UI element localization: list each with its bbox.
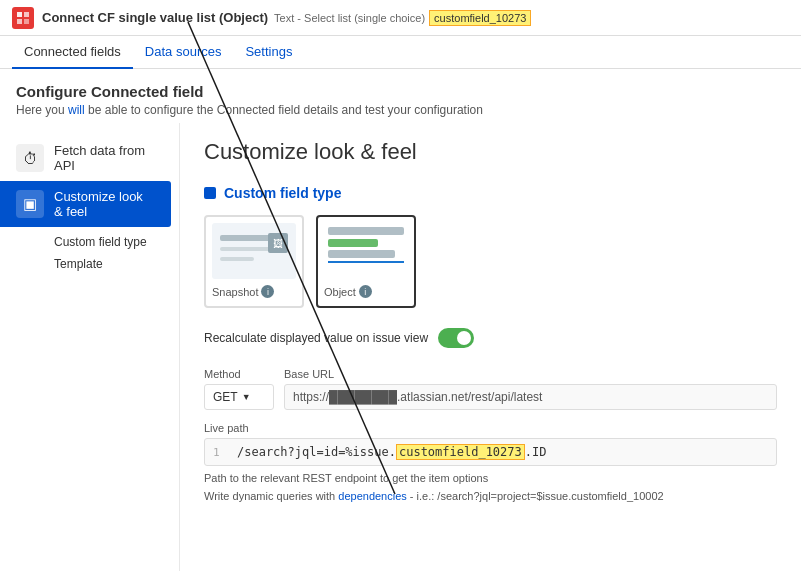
path-prefix: /search?jql=id=%issue. xyxy=(237,445,396,459)
content-area: Customize look & feel Custom field type … xyxy=(180,123,801,571)
method-label: Method xyxy=(204,368,274,380)
section-title-label: Custom field type xyxy=(224,185,341,201)
method-field: Method GET ▼ xyxy=(204,368,274,410)
recalculate-toggle[interactable] xyxy=(438,328,474,348)
sub-item-custom-field-type[interactable]: Custom field type xyxy=(54,231,179,253)
field-type-cards: 🖼 Snapshot i xyxy=(204,215,777,308)
sidebar-sub-menu: Custom field type Template xyxy=(0,227,179,279)
method-chevron-icon: ▼ xyxy=(242,392,251,402)
dependencies-link[interactable]: dependencies xyxy=(338,490,407,502)
object-label: Object i xyxy=(324,283,408,300)
live-path-line-1: 1 /search?jql=id=%issue.customfield_1027… xyxy=(205,439,776,465)
card-snapshot[interactable]: 🖼 Snapshot i xyxy=(204,215,304,308)
path-highlight: customfield_10273 xyxy=(396,444,525,460)
method-value: GET xyxy=(213,390,238,404)
section-custom-field-type: Custom field type xyxy=(204,185,777,201)
url-field: Base URL https://████████.atlassian.net/… xyxy=(284,368,777,410)
description-link[interactable]: will xyxy=(68,103,85,117)
nav-tabs: Connected fields Data sources Settings xyxy=(0,36,801,69)
object-info-icon[interactable]: i xyxy=(359,285,372,298)
snapshot-label: Snapshot i xyxy=(212,283,296,300)
preview-img-icon: 🖼 xyxy=(268,233,288,253)
page-description: Here you will be able to configure the C… xyxy=(16,103,785,117)
sidebar-item-customize[interactable]: ▣ Customize look & feel xyxy=(0,181,171,227)
path-suffix: .ID xyxy=(525,445,547,459)
tab-connected-fields[interactable]: Connected fields xyxy=(12,36,133,69)
object-preview xyxy=(324,223,408,279)
sidebar-item-fetch-data[interactable]: ⏱ Fetch data from API xyxy=(0,135,179,181)
svg-rect-0 xyxy=(17,12,22,17)
page-title: Configure Connected field xyxy=(16,83,785,100)
obj-row-green xyxy=(328,239,378,247)
toggle-label: Recalculate displayed value on issue vie… xyxy=(204,331,428,345)
line-number: 1 xyxy=(213,446,225,459)
app-icon xyxy=(12,7,34,29)
window-subtitle: Text - Select list (single choice) xyxy=(274,12,425,24)
preview-bar-3 xyxy=(220,257,254,261)
obj-blue-line xyxy=(328,261,404,263)
svg-rect-3 xyxy=(24,19,29,24)
window-title: Connect CF single value list (Object) xyxy=(42,10,268,25)
help-text-2: Write dynamic queries with dependencies … xyxy=(204,490,777,502)
top-bar: Connect CF single value list (Object) Te… xyxy=(0,0,801,36)
content-title: Customize look & feel xyxy=(204,139,777,165)
page-header: Configure Connected field Here you will … xyxy=(0,69,801,123)
svg-rect-1 xyxy=(24,12,29,17)
method-url-row: Method GET ▼ Base URL https://████████.a… xyxy=(204,368,777,410)
sidebar-item-fetch-label: Fetch data from API xyxy=(54,143,163,173)
help-text-1: Path to the relevant REST endpoint to ge… xyxy=(204,472,777,484)
url-label: Base URL xyxy=(284,368,777,380)
snapshot-info-icon[interactable]: i xyxy=(261,285,274,298)
sidebar-item-customize-label: Customize look & feel xyxy=(54,189,155,219)
sub-item-template[interactable]: Template xyxy=(54,253,179,275)
fetch-data-icon: ⏱ xyxy=(16,144,44,172)
preview-bar-2 xyxy=(220,247,270,251)
tab-settings[interactable]: Settings xyxy=(233,36,304,69)
url-input[interactable]: https://████████.atlassian.net/rest/api/… xyxy=(284,384,777,410)
sidebar: ⏱ Fetch data from API ▣ Customize look &… xyxy=(0,123,180,571)
toggle-row: Recalculate displayed value on issue vie… xyxy=(204,328,777,348)
snapshot-preview: 🖼 xyxy=(212,223,296,279)
card-object[interactable]: Object i xyxy=(316,215,416,308)
svg-rect-2 xyxy=(17,19,22,24)
obj-row-2 xyxy=(328,250,395,258)
main-layout: ⏱ Fetch data from API ▣ Customize look &… xyxy=(0,123,801,571)
tab-data-sources[interactable]: Data sources xyxy=(133,36,234,69)
customize-icon: ▣ xyxy=(16,190,44,218)
field-highlight-topbar: customfield_10273 xyxy=(429,10,531,26)
obj-row-1 xyxy=(328,227,404,235)
method-select[interactable]: GET ▼ xyxy=(204,384,274,410)
live-path-section: Live path 1 /search?jql=id=%issue.custom… xyxy=(204,422,777,502)
live-path-box: 1 /search?jql=id=%issue.customfield_1027… xyxy=(204,438,777,466)
live-path-label: Live path xyxy=(204,422,777,434)
